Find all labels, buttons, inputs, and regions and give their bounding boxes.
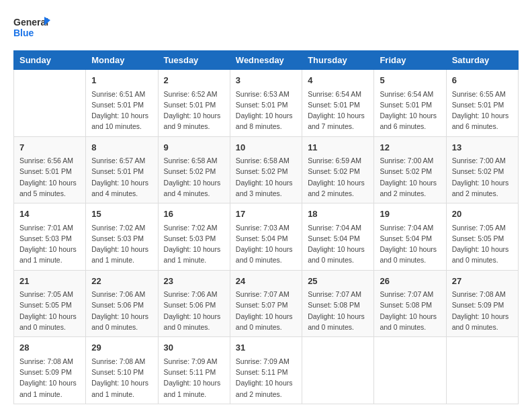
day-info: Sunrise: 7:07 AMSunset: 5:08 PMDaylight:…	[380, 289, 440, 332]
calendar-cell: 28Sunrise: 7:08 AMSunset: 5:09 PMDayligh…	[14, 337, 86, 404]
day-info: Sunrise: 7:05 AMSunset: 5:05 PMDaylight:…	[452, 222, 513, 266]
calendar-cell: 17Sunrise: 7:03 AMSunset: 5:04 PMDayligh…	[230, 203, 302, 271]
day-info: Sunrise: 7:03 AMSunset: 5:04 PMDaylight:…	[236, 222, 296, 266]
calendar-cell: 19Sunrise: 7:04 AMSunset: 5:04 PMDayligh…	[374, 203, 446, 271]
day-header-thursday: Thursday	[302, 51, 374, 70]
calendar-cell: 3Sunrise: 6:53 AMSunset: 5:01 PMDaylight…	[230, 70, 302, 137]
calendar-cell: 9Sunrise: 6:58 AMSunset: 5:02 PMDaylight…	[158, 136, 230, 203]
day-info: Sunrise: 7:06 AMSunset: 5:06 PMDaylight:…	[91, 289, 152, 332]
calendar-cell: 6Sunrise: 6:55 AMSunset: 5:01 PMDaylight…	[446, 70, 518, 137]
day-number: 31	[236, 341, 296, 355]
calendar-cell: 22Sunrise: 7:06 AMSunset: 5:06 PMDayligh…	[86, 270, 158, 337]
calendar-week-row: 21Sunrise: 7:05 AMSunset: 5:05 PMDayligh…	[14, 270, 519, 337]
day-number: 11	[308, 141, 368, 154]
day-number: 18	[308, 208, 368, 221]
calendar-cell: 12Sunrise: 7:00 AMSunset: 5:02 PMDayligh…	[374, 136, 446, 203]
calendar-cell: 2Sunrise: 6:52 AMSunset: 5:01 PMDaylight…	[158, 70, 230, 137]
day-header-sunday: Sunday	[14, 51, 86, 70]
day-number: 27	[452, 275, 513, 288]
day-info: Sunrise: 6:59 AMSunset: 5:02 PMDaylight:…	[308, 155, 368, 199]
page-header: GeneralBlue	[13, 13, 519, 44]
calendar-cell: 5Sunrise: 6:54 AMSunset: 5:01 PMDaylight…	[374, 70, 446, 137]
day-number: 17	[236, 208, 296, 221]
day-info: Sunrise: 7:09 AMSunset: 5:11 PMDaylight:…	[236, 356, 296, 400]
day-number: 25	[308, 275, 368, 288]
day-info: Sunrise: 7:08 AMSunset: 5:10 PMDaylight:…	[91, 356, 152, 400]
day-header-saturday: Saturday	[446, 51, 518, 70]
day-info: Sunrise: 6:52 AMSunset: 5:01 PMDaylight:…	[164, 89, 224, 132]
calendar-cell: 27Sunrise: 7:08 AMSunset: 5:09 PMDayligh…	[446, 270, 518, 337]
day-info: Sunrise: 7:00 AMSunset: 5:02 PMDaylight:…	[452, 155, 513, 199]
calendar-cell: 24Sunrise: 7:07 AMSunset: 5:07 PMDayligh…	[230, 270, 302, 337]
day-number: 10	[236, 141, 296, 154]
day-info: Sunrise: 7:04 AMSunset: 5:04 PMDaylight:…	[308, 222, 368, 266]
day-number: 15	[91, 208, 152, 221]
day-header-tuesday: Tuesday	[158, 51, 230, 70]
calendar-cell: 11Sunrise: 6:59 AMSunset: 5:02 PMDayligh…	[302, 136, 374, 203]
day-number: 5	[380, 74, 440, 87]
day-number: 13	[452, 141, 513, 154]
day-number: 3	[236, 74, 296, 87]
svg-text:General: General	[13, 17, 48, 28]
day-number: 30	[164, 341, 224, 355]
day-number: 1	[91, 74, 152, 87]
svg-text:Blue: Blue	[13, 28, 34, 38]
day-info: Sunrise: 6:54 AMSunset: 5:01 PMDaylight:…	[380, 89, 440, 132]
calendar-cell: 16Sunrise: 7:02 AMSunset: 5:03 PMDayligh…	[158, 203, 230, 271]
calendar-cell	[446, 337, 518, 404]
calendar-week-row: 28Sunrise: 7:08 AMSunset: 5:09 PMDayligh…	[14, 337, 519, 404]
calendar-header-row: SundayMondayTuesdayWednesdayThursdayFrid…	[14, 51, 519, 70]
calendar-cell: 10Sunrise: 6:58 AMSunset: 5:02 PMDayligh…	[230, 136, 302, 203]
calendar-cell: 8Sunrise: 6:57 AMSunset: 5:01 PMDaylight…	[86, 136, 158, 203]
calendar-cell: 31Sunrise: 7:09 AMSunset: 5:11 PMDayligh…	[230, 337, 302, 404]
calendar-cell: 26Sunrise: 7:07 AMSunset: 5:08 PMDayligh…	[374, 270, 446, 337]
logo-icon: GeneralBlue	[13, 13, 50, 44]
day-number: 7	[19, 141, 80, 154]
day-info: Sunrise: 7:09 AMSunset: 5:11 PMDaylight:…	[164, 356, 224, 400]
day-info: Sunrise: 7:07 AMSunset: 5:07 PMDaylight:…	[236, 289, 296, 332]
day-number: 6	[452, 74, 513, 87]
calendar-week-row: 1Sunrise: 6:51 AMSunset: 5:01 PMDaylight…	[14, 70, 519, 137]
day-info: Sunrise: 7:08 AMSunset: 5:09 PMDaylight:…	[452, 289, 513, 332]
day-number: 2	[164, 74, 224, 87]
day-header-friday: Friday	[374, 51, 446, 70]
day-number: 16	[164, 208, 224, 221]
day-header-monday: Monday	[86, 51, 158, 70]
calendar-cell: 1Sunrise: 6:51 AMSunset: 5:01 PMDaylight…	[86, 70, 158, 137]
day-info: Sunrise: 7:02 AMSunset: 5:03 PMDaylight:…	[91, 222, 152, 266]
calendar-cell: 23Sunrise: 7:06 AMSunset: 5:06 PMDayligh…	[158, 270, 230, 337]
day-number: 26	[380, 275, 440, 288]
day-info: Sunrise: 7:07 AMSunset: 5:08 PMDaylight:…	[308, 289, 368, 332]
calendar-cell: 15Sunrise: 7:02 AMSunset: 5:03 PMDayligh…	[86, 203, 158, 271]
day-info: Sunrise: 6:53 AMSunset: 5:01 PMDaylight:…	[236, 89, 296, 132]
day-info: Sunrise: 6:58 AMSunset: 5:02 PMDaylight:…	[236, 155, 296, 199]
calendar-week-row: 7Sunrise: 6:56 AMSunset: 5:01 PMDaylight…	[14, 136, 519, 203]
day-number: 14	[19, 208, 80, 221]
calendar-cell: 21Sunrise: 7:05 AMSunset: 5:05 PMDayligh…	[14, 270, 86, 337]
day-number: 4	[308, 74, 368, 87]
day-info: Sunrise: 7:06 AMSunset: 5:06 PMDaylight:…	[164, 289, 224, 332]
calendar-cell: 29Sunrise: 7:08 AMSunset: 5:10 PMDayligh…	[86, 337, 158, 404]
calendar-cell: 20Sunrise: 7:05 AMSunset: 5:05 PMDayligh…	[446, 203, 518, 271]
day-info: Sunrise: 7:04 AMSunset: 5:04 PMDaylight:…	[380, 222, 440, 266]
day-number: 22	[91, 275, 152, 288]
day-info: Sunrise: 6:56 AMSunset: 5:01 PMDaylight:…	[19, 155, 80, 199]
calendar-cell: 13Sunrise: 7:00 AMSunset: 5:02 PMDayligh…	[446, 136, 518, 203]
day-number: 23	[164, 275, 224, 288]
calendar-cell: 7Sunrise: 6:56 AMSunset: 5:01 PMDaylight…	[14, 136, 86, 203]
day-number: 9	[164, 141, 224, 154]
day-number: 24	[236, 275, 296, 288]
calendar-cell	[14, 70, 86, 137]
day-info: Sunrise: 6:54 AMSunset: 5:01 PMDaylight:…	[308, 89, 368, 132]
day-info: Sunrise: 7:00 AMSunset: 5:02 PMDaylight:…	[380, 155, 440, 199]
day-info: Sunrise: 7:08 AMSunset: 5:09 PMDaylight:…	[19, 356, 80, 400]
calendar-cell: 14Sunrise: 7:01 AMSunset: 5:03 PMDayligh…	[14, 203, 86, 271]
day-info: Sunrise: 7:02 AMSunset: 5:03 PMDaylight:…	[164, 222, 224, 266]
day-info: Sunrise: 6:57 AMSunset: 5:01 PMDaylight:…	[91, 155, 152, 199]
day-number: 29	[91, 341, 152, 355]
day-info: Sunrise: 7:05 AMSunset: 5:05 PMDaylight:…	[19, 289, 80, 332]
day-info: Sunrise: 6:55 AMSunset: 5:01 PMDaylight:…	[452, 89, 513, 132]
day-info: Sunrise: 6:58 AMSunset: 5:02 PMDaylight:…	[164, 155, 224, 199]
calendar-cell	[302, 337, 374, 404]
day-number: 19	[380, 208, 440, 221]
